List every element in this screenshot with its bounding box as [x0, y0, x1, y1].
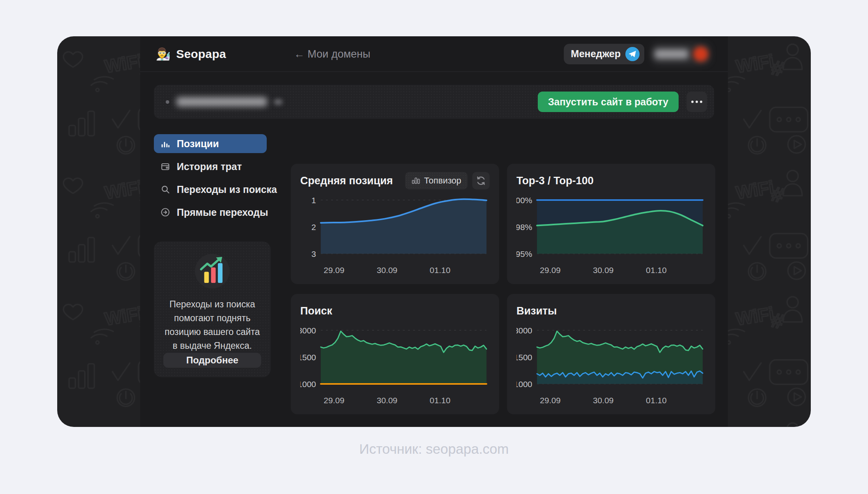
more-options-button[interactable]	[687, 92, 707, 112]
search-traffic-chart: 30001500100029.0930.0901.10	[300, 322, 490, 411]
sidebar-item-spend-history[interactable]: История трат	[154, 157, 267, 176]
svg-text:3000: 3000	[516, 326, 532, 335]
chart-title: Визиты	[516, 305, 557, 317]
svg-text:30.09: 30.09	[593, 266, 614, 275]
domain-actions: Запустить сайт в работу	[538, 92, 707, 112]
svg-text:1000: 1000	[300, 380, 316, 389]
sidebar-item-label: Переходы из поиска	[177, 184, 277, 195]
bar-chart-icon	[160, 138, 170, 149]
wallet-icon	[160, 161, 170, 172]
sidebar-item-direct-traffic[interactable]: Прямые переходы	[154, 203, 267, 222]
chart-toolbar: Топвизор	[405, 172, 490, 189]
search-icon	[160, 184, 170, 195]
manager-button[interactable]: Менеджер	[564, 44, 644, 64]
average-position-chart: 12329.0930.0901.10	[300, 192, 490, 281]
topvisor-source-button[interactable]: Топвизор	[405, 172, 468, 189]
svg-text:1: 1	[311, 196, 316, 205]
chart-card-top3-top100: Top-3 / Top-100 100%98%95%29.0930.0901.1…	[507, 164, 715, 284]
sidebar-item-positions[interactable]: Позиции	[154, 134, 267, 153]
svg-text:1000: 1000	[516, 380, 532, 389]
chart-title: Top-3 / Top-100	[516, 175, 594, 187]
sidebar-item-label: Позиции	[177, 138, 219, 150]
promo-card: Переходы из поиска помогают поднять пози…	[154, 241, 271, 377]
mini-bar-chart-icon	[412, 176, 420, 185]
refresh-icon	[476, 176, 486, 186]
svg-text:29.09: 29.09	[324, 396, 344, 405]
domain-status-dot	[166, 100, 169, 104]
sidebar-item-search-traffic[interactable]: Переходы из поиска	[154, 180, 267, 199]
svg-text:30.09: 30.09	[377, 266, 398, 275]
app-header: 👨‍🔬 Seopapa ← Мои домены Менеджер	[140, 36, 728, 72]
chart-card-visits: Визиты 30001500100029.0930.0901.10	[507, 294, 715, 414]
svg-text:29.09: 29.09	[540, 396, 561, 405]
launch-site-button[interactable]: Запустить сайт в работу	[538, 92, 679, 112]
chart-card-search: Поиск 30001500100029.0930.0901.10	[291, 294, 499, 414]
sidebar-nav: Позиции История трат	[154, 134, 267, 226]
chart-card-average-position: Средняя позиция Топвизор	[291, 164, 499, 284]
svg-text:98%: 98%	[516, 223, 532, 232]
balance-coin-icon	[693, 47, 708, 62]
chart-title: Поиск	[300, 305, 332, 317]
svg-text:01.10: 01.10	[646, 396, 667, 405]
visits-chart: 30001500100029.0930.0901.10	[516, 322, 706, 411]
svg-text:29.09: 29.09	[540, 266, 561, 275]
domain-bar: Запустить сайт в работу	[154, 85, 714, 119]
svg-text:30.09: 30.09	[377, 396, 398, 405]
svg-text:100%: 100%	[516, 196, 532, 205]
domain-selector[interactable]	[166, 97, 282, 107]
domain-name-blurred	[176, 97, 267, 107]
app-name: Seopapa	[176, 47, 226, 61]
scientist-emoji-icon: 👨‍🔬	[156, 48, 170, 60]
chart-title: Средняя позиция	[300, 175, 393, 187]
breadcrumb-my-domains[interactable]: ← Мои домены	[294, 36, 370, 72]
svg-text:1500: 1500	[516, 353, 532, 362]
sidebar-item-label: История трат	[177, 161, 242, 172]
screenshot-stage: WiFi #	[0, 0, 868, 494]
source-caption: Источник: seopapa.com	[0, 441, 868, 457]
app-logo: 👨‍🔬 Seopapa	[156, 47, 226, 61]
sidebar-item-label: Прямые переходы	[177, 207, 268, 218]
app-window: WiFi #	[57, 36, 811, 427]
svg-text:30.09: 30.09	[593, 396, 614, 405]
svg-text:1500: 1500	[300, 353, 316, 362]
balance-blurred-value	[655, 49, 688, 59]
balance-badge-blurred[interactable]	[651, 43, 711, 65]
chevron-down-icon	[274, 99, 282, 105]
top3-top100-chart: 100%98%95%29.0930.0901.10	[516, 192, 706, 281]
telegram-icon	[625, 47, 640, 61]
svg-text:95%: 95%	[516, 249, 532, 258]
arrow-circle-icon	[160, 207, 170, 217]
topvisor-label: Топвизор	[424, 176, 461, 186]
manager-label: Менеджер	[571, 48, 621, 60]
svg-text:3: 3	[311, 249, 316, 258]
svg-text:2: 2	[311, 223, 316, 232]
content-surface: 👨‍🔬 Seopapa ← Мои домены Менеджер	[140, 36, 728, 427]
svg-text:01.10: 01.10	[646, 266, 667, 275]
growth-chart-icon	[189, 253, 236, 290]
svg-text:01.10: 01.10	[430, 266, 451, 275]
svg-text:29.09: 29.09	[324, 266, 344, 275]
header-right-group: Менеджер	[564, 43, 711, 65]
svg-text:01.10: 01.10	[430, 396, 451, 405]
svg-text:3000: 3000	[300, 326, 316, 335]
refresh-button[interactable]	[472, 172, 490, 189]
promo-details-button[interactable]: Подробнее	[163, 353, 261, 368]
promo-text: Переходы из поиска помогают поднять пози…	[163, 298, 261, 353]
